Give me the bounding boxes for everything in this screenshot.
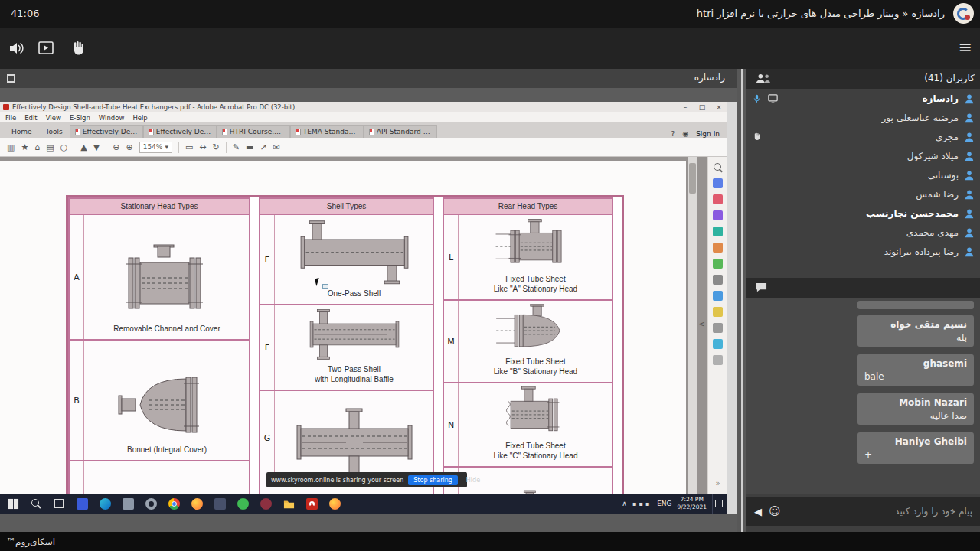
next-page-icon[interactable]: ▼ — [93, 143, 100, 152]
minimize-icon[interactable]: – — [677, 103, 694, 111]
scrollbar-thumb[interactable] — [689, 163, 696, 194]
chrome-icon[interactable] — [162, 494, 185, 514]
send-mail-icon[interactable]: ✉ — [273, 143, 280, 152]
account-icon[interactable]: ◉ — [682, 130, 688, 138]
panel-tool-icon[interactable] — [713, 339, 723, 349]
fit-width-icon[interactable]: ↔ — [199, 143, 206, 152]
panel-collapse-icon[interactable]: < — [698, 319, 705, 329]
menu-item[interactable]: Help — [132, 114, 147, 122]
users-list[interactable]: رادسازه مرضیه عباسعلی پور — [746, 89, 980, 266]
firefox-icon[interactable] — [185, 494, 208, 514]
language-indicator[interactable]: ENG — [657, 500, 671, 507]
rotate-view-icon[interactable]: ↻ — [213, 143, 220, 152]
user-avatar-icon — [964, 208, 975, 219]
share-icon[interactable]: ↗ — [260, 143, 266, 152]
menu-button[interactable]: ≡ — [959, 37, 972, 58]
maximize-icon[interactable]: □ — [694, 103, 710, 111]
pinned-app-icon[interactable] — [254, 494, 277, 514]
highlighter-icon[interactable]: ▬ — [246, 143, 253, 152]
user-row[interactable]: محمدحسن نجارنسب — [746, 204, 980, 223]
document-tab-label: Effectively Design ... — [156, 128, 211, 135]
stop-sharing-button[interactable]: Stop sharing — [408, 475, 458, 485]
pinned-app-icon[interactable] — [323, 494, 346, 514]
taskbar-clock[interactable]: 7:24 PM 9/22/2021 — [678, 496, 707, 511]
pen-tool-icon[interactable]: ✎ — [233, 143, 240, 152]
fit-page-icon[interactable]: ▭ — [185, 143, 193, 152]
close-icon[interactable]: × — [710, 103, 727, 111]
menu-item[interactable]: View — [46, 114, 61, 122]
panel-tool-icon[interactable] — [713, 275, 723, 285]
whatsapp-icon[interactable] — [231, 494, 254, 514]
hide-banner-button[interactable]: Hide — [462, 475, 484, 485]
settings-gear-icon[interactable] — [139, 494, 162, 514]
chat-input[interactable] — [788, 506, 972, 517]
stage-sidebar-divider[interactable] — [737, 69, 746, 532]
tray-expand-icon[interactable]: ∧ — [622, 500, 627, 507]
raise-hand-button[interactable] — [67, 37, 89, 59]
panel-tool-icon[interactable] — [713, 259, 723, 269]
edge-icon[interactable] — [93, 494, 116, 514]
send-message-icon[interactable]: ◀ — [754, 506, 762, 517]
print-icon[interactable]: ▤ — [46, 143, 54, 152]
search-icon[interactable]: ○ — [60, 143, 68, 152]
panel-tool-icon[interactable] — [713, 194, 723, 204]
panel-tool-icon[interactable] — [713, 178, 723, 188]
document-tab[interactable]: API Standard 660 (... × — [364, 125, 437, 138]
favorites-star-icon[interactable]: ★ — [21, 143, 28, 152]
screenshare-toggle-button[interactable] — [35, 37, 57, 59]
chat-message-list[interactable]: نسیم متقی خواه بله ghasemi bale Mobin Na… — [746, 298, 980, 494]
menu-item[interactable]: Window — [99, 114, 125, 122]
start-button-icon[interactable] — [2, 494, 24, 514]
notification-center[interactable] — [712, 494, 724, 514]
user-row[interactable]: رضا شمس — [746, 184, 980, 204]
zoom-in-icon[interactable]: ⊕ — [126, 143, 132, 152]
chat-message-partial — [858, 301, 974, 309]
zoom-dropdown-icon[interactable]: ▾ — [165, 142, 168, 152]
pinned-app-icon[interactable] — [70, 494, 93, 514]
user-row[interactable]: مهدی محمدی — [746, 223, 980, 242]
panel-tool-icon[interactable] — [713, 355, 723, 365]
zoom-level[interactable]: 154% ▾ — [139, 142, 172, 153]
user-row[interactable]: میلاد شیرکول — [746, 146, 980, 165]
user-row[interactable]: مجری — [746, 127, 980, 146]
sign-in-button[interactable]: Sign In — [696, 130, 720, 138]
panel-tool-icon[interactable] — [713, 291, 723, 301]
selection-handle — [322, 284, 328, 289]
user-row[interactable]: بوستانی — [746, 165, 980, 184]
acrobat-taskbar-icon[interactable] — [300, 494, 323, 514]
document-tab[interactable]: Effectively Design S... × — [70, 125, 143, 138]
zoom-out-icon[interactable]: ⊖ — [113, 143, 119, 152]
file-explorer-icon[interactable] — [277, 494, 300, 514]
panel-tool-icon[interactable] — [713, 243, 723, 253]
pinned-app-icon[interactable] — [116, 494, 139, 514]
more-tools-icon[interactable]: » — [715, 479, 720, 487]
panel-tool-icon[interactable] — [713, 323, 723, 333]
sidebar-panel-icon[interactable]: ▥ — [7, 143, 15, 152]
panel-tool-icon[interactable] — [713, 307, 723, 317]
emoji-icon[interactable]: ☺ — [769, 504, 781, 518]
previous-page-icon[interactable]: ▲ — [80, 143, 87, 152]
pinned-app-icon[interactable] — [208, 494, 231, 514]
document-tab[interactable]: TEMA Standards 2... × — [290, 125, 364, 138]
vertical-scrollbar[interactable] — [688, 157, 697, 494]
menu-item[interactable]: E-Sign — [70, 114, 90, 122]
nav-tab[interactable]: Tools — [39, 126, 70, 138]
document-tab[interactable]: Effectively Design ... × — [143, 125, 217, 138]
panel-tool-icon[interactable] — [713, 227, 723, 236]
audio-toggle-button[interactable] — [6, 37, 28, 59]
task-view-icon[interactable] — [47, 494, 70, 514]
tema-letter: E — [260, 215, 275, 304]
user-row[interactable]: مرضیه عباسعلی پور — [746, 108, 980, 127]
menu-item[interactable]: Edit — [24, 114, 37, 122]
help-icon[interactable]: ? — [671, 130, 675, 138]
user-row[interactable]: رضا پیرداده بیرانوند — [746, 242, 980, 261]
taskbar-search-icon[interactable] — [24, 494, 47, 514]
document-tab[interactable]: HTRI Course.pdf (S... × — [217, 125, 290, 138]
panel-tool-icon[interactable] — [713, 210, 723, 220]
home-view-icon[interactable]: ⌂ — [34, 143, 40, 152]
user-row[interactable]: رادسازه — [746, 89, 980, 108]
nav-tab[interactable]: Home — [5, 126, 39, 138]
menu-item[interactable]: File — [5, 114, 16, 122]
expand-icon[interactable] — [7, 74, 15, 83]
search-tool-icon[interactable] — [714, 163, 723, 172]
